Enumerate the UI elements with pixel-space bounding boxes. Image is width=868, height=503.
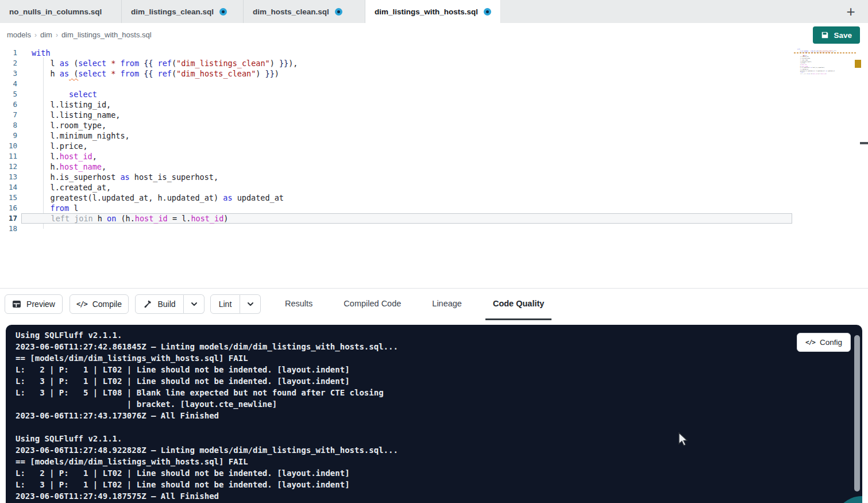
- breadcrumb-item[interactable]: models: [7, 30, 31, 39]
- code-token: ),: [835, 50, 836, 51]
- overview-ruler-warning-marker: [855, 60, 861, 68]
- breadcrumb-item[interactable]: dim_listings_with_hosts.sql: [61, 30, 152, 39]
- code-lines[interactable]: with l as (select * from {{ ref("dim_lis…: [21, 48, 792, 234]
- code-line[interactable]: [21, 79, 792, 89]
- new-tab-button[interactable]: +: [842, 2, 860, 21]
- code-token: with: [32, 48, 51, 57]
- code-token: [139, 59, 144, 68]
- help-floating-button[interactable]: [834, 496, 862, 503]
- breadcrumb-item[interactable]: dim: [40, 30, 52, 39]
- tab-label: dim_hosts_clean.sql: [253, 7, 329, 16]
- code-token: ref: [158, 69, 172, 78]
- code-line[interactable]: l.minimum_nights,: [21, 130, 792, 141]
- editor-file-tab[interactable]: dim_listings_clean.sql: [122, 0, 244, 23]
- code-token: [106, 59, 111, 68]
- compile-label: Compile: [92, 300, 122, 309]
- code-token: host_is_superhost,: [130, 172, 218, 182]
- code-token: as: [120, 172, 129, 182]
- terminal-scrollbar[interactable]: [854, 335, 860, 492]
- code-token: ,: [807, 64, 807, 65]
- code-brackets-icon: </>: [76, 300, 87, 308]
- code-token: host_id: [135, 214, 168, 223]
- code-token: {{: [144, 69, 153, 78]
- editor-file-tab[interactable]: no_nulls_in_columns.sql: [0, 0, 122, 23]
- build-options-button[interactable]: [184, 294, 205, 314]
- code-token: l.listing_name,: [797, 57, 811, 59]
- unsaved-changes-icon: [484, 8, 491, 16]
- config-button[interactable]: </> Config: [797, 333, 851, 352]
- chevron-down-icon: [246, 300, 254, 308]
- line-number: 3: [0, 68, 17, 79]
- code-line[interactable]: l.listing_id,: [21, 99, 792, 110]
- panel-tab-results[interactable]: Results: [277, 289, 320, 320]
- code-token: [139, 69, 144, 78]
- code-token: [115, 59, 120, 68]
- line-number: 8: [0, 120, 17, 130]
- code-line[interactable]: select: [21, 89, 792, 99]
- code-line[interactable]: h as (select * from {{ ref("dim_hosts_cl…: [21, 68, 792, 79]
- panel-tab-lineage[interactable]: Lineage: [425, 289, 469, 320]
- save-icon: [821, 31, 829, 39]
- code-token: (: [69, 59, 78, 68]
- code-token: ): [825, 73, 826, 74]
- chevron-down-icon: [190, 300, 198, 308]
- panel-tab-compiled-code[interactable]: Compiled Code: [336, 289, 408, 320]
- lint-button[interactable]: Lint: [210, 294, 240, 314]
- editor-file-tab[interactable]: dim_listings_with_hosts.sql: [365, 0, 501, 23]
- code-token: }}: [279, 59, 288, 68]
- line-number: 4: [0, 79, 17, 89]
- preview-button[interactable]: Preview: [5, 294, 63, 314]
- code-line[interactable]: h.host_name,: [21, 162, 792, 172]
- line-number: 5: [0, 89, 17, 99]
- code-token: [797, 55, 803, 56]
- code-token: (: [69, 69, 78, 78]
- code-line[interactable]: greatest(l.updated_at, h.updated_at) as …: [21, 193, 792, 203]
- code-token: (h.: [116, 214, 135, 223]
- code-token: [32, 214, 51, 223]
- save-button[interactable]: Save: [813, 26, 860, 44]
- hammer-icon: [143, 300, 152, 309]
- code-line[interactable]: l.listing_name,: [21, 110, 792, 120]
- build-label: Build: [157, 300, 175, 309]
- code-token: host_is_superhost,: [812, 67, 825, 68]
- file-tab-bar: no_nulls_in_columns.sqldim_listings_clea…: [0, 0, 868, 23]
- lint-options-button[interactable]: [240, 294, 261, 314]
- line-number: 16: [0, 203, 17, 213]
- overview-ruler-cursor-marker: [860, 142, 868, 144]
- tab-label: dim_listings_with_hosts.sql: [375, 7, 478, 16]
- code-line[interactable]: l.created_at,: [21, 182, 792, 193]
- code-token: [32, 203, 51, 213]
- editor-file-tab[interactable]: dim_hosts_clean.sql: [244, 0, 365, 23]
- code-token: host_id: [60, 152, 92, 161]
- code-line[interactable]: with: [21, 48, 792, 58]
- code-line[interactable]: left join h on (h.host_id = l.host_id): [21, 213, 792, 224]
- code-token: {{: [144, 59, 153, 68]
- code-token: [153, 59, 157, 68]
- code-token: (: [172, 69, 176, 78]
- code-line[interactable]: from l: [21, 203, 792, 213]
- panel-tab-code-quality[interactable]: Code Quality: [485, 289, 551, 320]
- code-token: h.is_superhost: [32, 172, 120, 182]
- code-token: ): [223, 214, 228, 223]
- code-line[interactable]: [21, 224, 792, 234]
- code-token: [32, 90, 69, 99]
- code-line[interactable]: l as (select * from {{ ref("dim_listings…: [21, 58, 792, 68]
- code-token: select: [69, 90, 97, 99]
- code-token: "dim_hosts_clean": [176, 69, 256, 78]
- code-token: as: [60, 69, 69, 78]
- lint-output-terminal[interactable]: Using SQLFluff v2.1.1. 2023-06-06T11:27:…: [6, 325, 862, 503]
- code-token: [106, 69, 111, 78]
- line-number: 15: [0, 193, 17, 203]
- compile-button[interactable]: </> Compile: [70, 294, 129, 314]
- code-token: as: [60, 59, 69, 68]
- code-line[interactable]: l.price,: [21, 141, 792, 151]
- line-number: 14: [0, 182, 17, 193]
- build-button[interactable]: Build: [135, 294, 184, 314]
- code-token: updated_at: [233, 193, 284, 202]
- code-line[interactable]: l.room_type,: [21, 120, 792, 130]
- code-token: l.: [32, 152, 60, 161]
- code-line[interactable]: l.host_id,: [21, 151, 792, 162]
- code-line[interactable]: h.is_superhost as host_is_superhost,: [21, 172, 792, 182]
- sql-code-editor[interactable]: 123456789101112131415161718 with l as (s…: [0, 47, 868, 288]
- code-token: l.listing_id,: [797, 56, 809, 57]
